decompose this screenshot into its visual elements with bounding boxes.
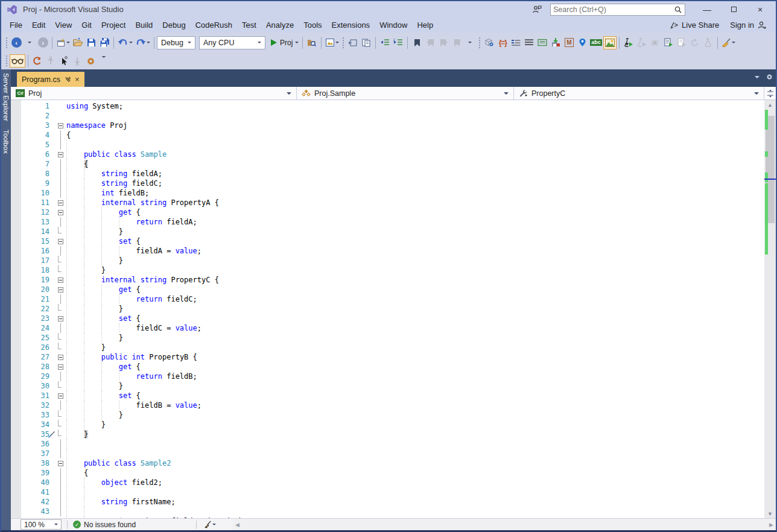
code-text[interactable]: return fieldC; [66, 294, 764, 304]
save-button[interactable] [84, 36, 98, 50]
coderush-options-button[interactable] [84, 54, 97, 68]
bookmarks-dropdown[interactable] [463, 36, 477, 50]
code-text[interactable]: object field2; [66, 478, 764, 487]
format-document-button[interactable]: {=} [496, 36, 509, 50]
menu-item-window[interactable]: Window [375, 19, 412, 31]
code-text[interactable] [66, 111, 764, 121]
code-text[interactable]: } [66, 429, 764, 439]
fold-toggle[interactable] [54, 352, 66, 362]
organize-members-button[interactable] [509, 36, 522, 50]
code-text[interactable]: public class Sample [66, 150, 764, 159]
code-text[interactable]: { [66, 130, 764, 140]
pin-icon[interactable] [65, 76, 71, 83]
fold-toggle[interactable] [54, 391, 66, 401]
menu-item-build[interactable]: Build [130, 19, 157, 31]
next-bookmark-button[interactable] [437, 36, 450, 50]
code-text[interactable]: } [66, 381, 764, 391]
code-text[interactable]: string fieldA; [66, 169, 764, 179]
tab-well-options-gear-icon[interactable] [766, 73, 773, 81]
code-text[interactable] [66, 507, 764, 516]
code-text[interactable]: get { [66, 362, 764, 372]
code-text[interactable]: } [66, 227, 764, 236]
fold-toggle[interactable] [54, 121, 66, 130]
save-all-button[interactable] [98, 36, 111, 50]
navigate-backward-doc-button[interactable] [346, 36, 360, 50]
open-file-button[interactable] [71, 36, 84, 50]
live-share-button[interactable]: Live Share [670, 21, 719, 30]
move-up-button[interactable] [44, 54, 57, 68]
scroll-down-arrow[interactable]: ▼ [764, 509, 776, 518]
scroll-left-arrow[interactable]: ◀ [233, 522, 242, 528]
code-text[interactable]: } [66, 256, 764, 265]
move-down-button[interactable] [71, 54, 84, 68]
fold-toggle[interactable] [54, 285, 66, 294]
scroll-right-arrow[interactable]: ▶ [767, 522, 776, 528]
solution-configuration-combo[interactable]: Debug [157, 36, 195, 49]
smart-nav-button[interactable] [57, 54, 71, 68]
feedback-icon[interactable] [532, 5, 542, 14]
code-text[interactable] [66, 487, 764, 497]
code-text[interactable]: int fieldB; [66, 188, 764, 198]
horizontal-scrollbar[interactable]: ◀ ▶ [233, 519, 776, 530]
code-text[interactable]: using System; [66, 101, 764, 111]
code-text[interactable]: string fieldC; [66, 179, 764, 188]
code-text[interactable]: string firstName; [66, 497, 764, 507]
line-spacing-button[interactable] [522, 36, 536, 50]
code-text[interactable] [66, 439, 764, 449]
sign-in-button[interactable]: Sign in [730, 21, 767, 30]
code-text[interactable]: fieldA = value; [66, 246, 764, 256]
fold-toggle[interactable] [54, 458, 66, 468]
refactor-button[interactable] [31, 54, 44, 68]
search-input[interactable] [553, 5, 674, 14]
menu-item-test[interactable]: Test [237, 19, 261, 31]
server-explorer-tab[interactable]: Server Explorer [2, 73, 10, 121]
fold-toggle[interactable] [54, 516, 66, 518]
code-text[interactable]: { [66, 468, 764, 478]
code-text[interactable]: get { [66, 207, 764, 217]
toolbar-drag-handle[interactable] [342, 37, 344, 49]
toolbar-drag-handle[interactable] [478, 37, 481, 49]
tab-close-icon[interactable]: × [75, 75, 80, 83]
start-debugging-button[interactable]: Proj [269, 36, 300, 50]
code-text[interactable]: fieldB = value; [66, 401, 764, 410]
navigate-forward-button[interactable]: › [36, 36, 49, 50]
health-status-label[interactable]: No issues found [84, 521, 136, 529]
comment-selection-button[interactable] [536, 36, 549, 50]
markdown-button[interactable]: M [562, 36, 576, 50]
code-text[interactable]: } [66, 410, 764, 420]
toggle-bookmark-button[interactable] [410, 36, 423, 50]
debug-tests-button[interactable] [635, 36, 649, 50]
menu-item-coderush[interactable]: CodeRush [191, 19, 237, 31]
map-pin-button[interactable] [576, 36, 589, 50]
menu-item-git[interactable]: Git [77, 19, 97, 31]
code-text[interactable]: return fieldB; [66, 372, 764, 381]
navigate-back-dropdown[interactable] [23, 36, 36, 50]
fold-toggle[interactable] [54, 275, 66, 285]
copy-path-button[interactable] [360, 36, 373, 50]
zoom-level-combo[interactable]: 100 % [21, 519, 62, 530]
fold-toggle[interactable] [54, 150, 66, 159]
redo-button[interactable] [134, 36, 151, 50]
menu-item-tools[interactable]: Tools [299, 19, 326, 31]
code-text[interactable]: set { [66, 391, 764, 401]
code-text[interactable]: } [66, 265, 764, 275]
code-cleanup-button[interactable] [720, 36, 737, 50]
repeat-last-run-button[interactable] [675, 36, 688, 50]
fold-toggle[interactable] [54, 198, 66, 207]
coderush-visualize-toggle[interactable] [10, 54, 25, 68]
undo-button[interactable] [116, 36, 134, 50]
code-text[interactable]: set { [66, 236, 764, 246]
code-text[interactable]: #region Private field and methods [66, 516, 764, 518]
code-text[interactable]: set { [66, 314, 764, 323]
scroll-up-arrow[interactable]: ▲ [764, 100, 776, 109]
new-project-button[interactable] [55, 36, 71, 50]
code-text[interactable] [66, 449, 764, 458]
type-dropdown[interactable]: Proj.Sample [297, 87, 514, 100]
fold-toggle[interactable] [54, 207, 66, 217]
menu-item-project[interactable]: Project [97, 19, 130, 31]
previous-bookmark-button[interactable] [423, 36, 437, 50]
code-text[interactable]: } [66, 420, 764, 429]
menu-item-help[interactable]: Help [412, 19, 438, 31]
collect-dropped-button[interactable] [549, 36, 562, 50]
increase-indent-button[interactable]: 2 [392, 36, 405, 50]
